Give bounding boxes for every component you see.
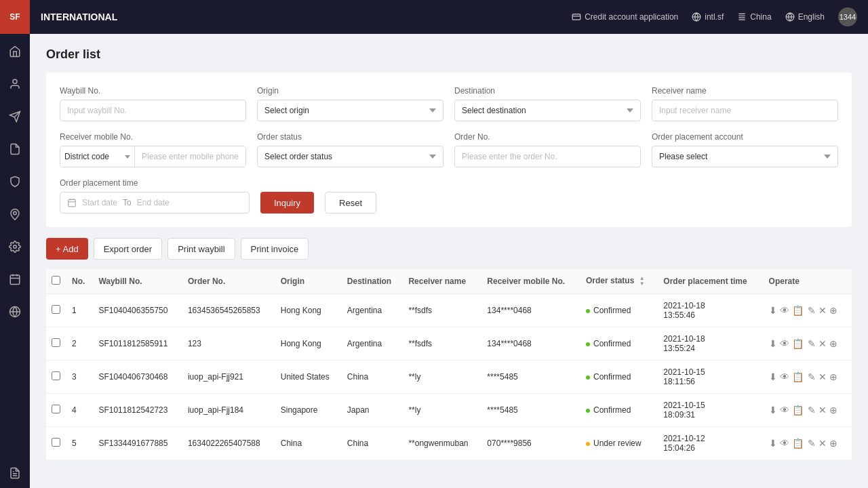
row-destination: China [342, 361, 403, 394]
sidebar-item-user[interactable] [0, 69, 30, 99]
sidebar-item-home[interactable] [0, 37, 30, 66]
language-label: English [798, 12, 825, 22]
sidebar-item-globe[interactable] [0, 297, 30, 327]
export-order-button[interactable]: Export order [94, 238, 163, 260]
op-row-1: ⬇ 👁 📋 [769, 338, 804, 349]
district-code-select[interactable]: District code [60, 146, 135, 167]
more-icon[interactable]: ⊕ [829, 338, 837, 349]
row-checkbox-cell [46, 361, 66, 394]
download-icon[interactable]: ⬇ [769, 438, 777, 449]
intlsf-link[interactable]: intl.sf [692, 12, 724, 22]
download-icon[interactable]: ⬇ [769, 338, 777, 349]
mobile-input[interactable] [135, 146, 245, 167]
copy-icon[interactable]: 📋 [792, 438, 804, 449]
order-status-select[interactable]: Select order status [257, 146, 443, 167]
destination-label: Destination [454, 86, 641, 96]
copy-icon[interactable]: 📋 [792, 371, 804, 382]
row-checkbox[interactable] [52, 405, 60, 413]
download-icon[interactable]: ⬇ [769, 305, 777, 316]
delete-icon[interactable]: ✕ [818, 305, 827, 316]
reset-button[interactable]: Reset [325, 192, 376, 214]
calendar-icon [67, 198, 77, 207]
credit-account-link[interactable]: Credit account application [572, 12, 678, 22]
view-icon[interactable]: 👁 [780, 338, 789, 349]
more-icon[interactable]: ⊕ [829, 371, 837, 382]
header-order-status: Order status ▲▼ [580, 269, 658, 294]
more-icon[interactable]: ⊕ [829, 305, 837, 316]
order-placement-account-select[interactable]: Please select [652, 146, 838, 167]
header-origin: Origin [275, 269, 342, 294]
origin-select[interactable]: Select origin [257, 100, 443, 121]
destination-select[interactable]: Select destination [454, 100, 641, 121]
sidebar-item-calendar[interactable] [0, 264, 30, 294]
user-avatar[interactable]: 1344 [838, 7, 857, 26]
operate-icons: ⬇ 👁 📋 ✎ ✕ ⊕ [769, 438, 846, 449]
row-checkbox[interactable] [52, 305, 60, 314]
date-range-input[interactable]: Start date To End date [60, 192, 250, 214]
sidebar-item-send[interactable] [0, 102, 30, 131]
order-status-label: Order status [257, 132, 443, 142]
select-all-checkbox[interactable] [52, 276, 60, 285]
sidebar-item-report[interactable] [0, 458, 30, 488]
edit-icon[interactable]: ✎ [808, 371, 816, 382]
edit-icon[interactable]: ✎ [808, 438, 816, 449]
order-placement-account-group: Order placement account Please select [652, 132, 838, 167]
copy-icon[interactable]: 📋 [792, 338, 804, 349]
more-icon[interactable]: ⊕ [829, 438, 837, 449]
order-status-group: Order status Select order status [257, 132, 443, 167]
order-placement-account-label: Order placement account [652, 132, 838, 142]
waybill-no-group: Waybill No. [60, 86, 246, 121]
sidebar-item-document[interactable] [0, 134, 30, 164]
view-icon[interactable]: 👁 [780, 305, 789, 316]
row-checkbox[interactable] [52, 371, 60, 380]
order-status-sort[interactable]: ▲▼ [639, 276, 645, 287]
sidebar-item-settings[interactable] [0, 232, 30, 262]
row-destination: China [342, 427, 403, 460]
receiver-name-group: Receiver name [652, 86, 838, 121]
row-time: 2021-10-1813:55:46 [658, 294, 763, 327]
row-checkbox-cell [46, 327, 66, 361]
row-no: 1 [66, 294, 93, 327]
sidebar-item-shield[interactable] [0, 167, 30, 197]
delete-icon[interactable]: ✕ [818, 371, 827, 382]
sidebar-item-location[interactable] [0, 199, 30, 229]
china-link[interactable]: China [737, 12, 771, 22]
print-waybill-button[interactable]: Print waybill [167, 238, 235, 260]
edit-icon[interactable]: ✎ [808, 338, 816, 349]
print-invoice-button[interactable]: Print invoice [241, 238, 309, 260]
op-row-1: ⬇ 👁 📋 [769, 305, 804, 316]
status-dot [586, 409, 590, 413]
op-row-1: ⬇ 👁 📋 [769, 371, 804, 382]
inquiry-button[interactable]: Inquiry [260, 192, 314, 214]
download-icon[interactable]: ⬇ [769, 405, 777, 415]
waybill-no-input[interactable] [60, 100, 246, 121]
view-icon[interactable]: 👁 [780, 405, 789, 415]
row-checkbox[interactable] [52, 438, 60, 447]
delete-icon[interactable]: ✕ [818, 438, 827, 449]
copy-icon[interactable]: 📋 [792, 305, 804, 316]
delete-icon[interactable]: ✕ [818, 405, 827, 415]
view-icon[interactable]: 👁 [780, 371, 789, 382]
row-origin: Hong Kong [275, 327, 342, 361]
header-operate: Operate [764, 269, 852, 294]
op-row-2: ✎ ✕ ⊕ [808, 405, 837, 415]
svg-rect-19 [68, 199, 76, 207]
row-operate: ⬇ 👁 📋 ✎ ✕ ⊕ [764, 361, 852, 394]
copy-icon[interactable]: 📋 [792, 405, 804, 415]
op-row-1: ⬇ 👁 📋 [769, 438, 804, 449]
delete-icon[interactable]: ✕ [818, 338, 827, 349]
order-no-input[interactable] [454, 146, 641, 167]
edit-icon[interactable]: ✎ [808, 305, 816, 316]
add-button[interactable]: + Add [46, 238, 88, 260]
row-mobile: 134****0468 [481, 294, 580, 327]
receiver-name-input[interactable] [652, 100, 838, 121]
row-status: Confirmed [580, 394, 658, 427]
download-icon[interactable]: ⬇ [769, 371, 777, 382]
edit-icon[interactable]: ✎ [808, 405, 816, 415]
view-icon[interactable]: 👁 [780, 438, 789, 449]
more-icon[interactable]: ⊕ [829, 405, 837, 415]
language-selector[interactable]: English [785, 12, 825, 22]
svg-rect-5 [10, 275, 20, 285]
row-checkbox-cell [46, 427, 66, 460]
row-checkbox[interactable] [52, 338, 60, 347]
